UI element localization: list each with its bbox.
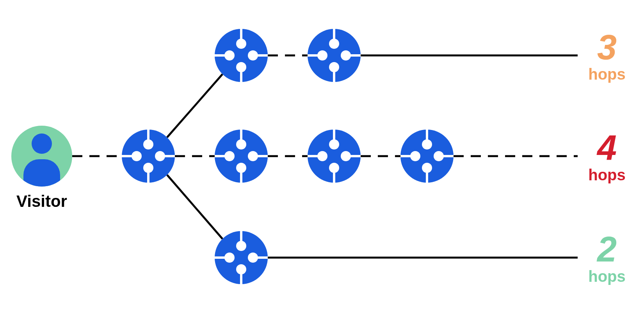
hop-labels: 3hops4hops2hops bbox=[588, 28, 626, 285]
hop-word: hops bbox=[588, 66, 626, 83]
node-top-1 bbox=[215, 29, 268, 82]
node-top-2 bbox=[308, 29, 361, 82]
node-mid-3 bbox=[400, 130, 454, 183]
svg-point-21 bbox=[32, 133, 52, 154]
svg-line-10 bbox=[167, 74, 222, 137]
hop-word: hops bbox=[588, 268, 626, 285]
hop-diagram: Visitor 3hops4hops2hops bbox=[0, 0, 644, 322]
hop-label-middle: 4hops bbox=[588, 128, 626, 183]
hop-count: 3 bbox=[597, 28, 617, 67]
node-mid-2 bbox=[308, 130, 361, 183]
hop-count: 4 bbox=[596, 128, 617, 167]
node-mid-1 bbox=[215, 130, 268, 183]
hop-label-bottom: 2hops bbox=[588, 230, 626, 285]
hop-word: hops bbox=[588, 166, 626, 183]
svg-line-11 bbox=[167, 175, 222, 239]
node-root bbox=[122, 130, 175, 183]
hop-count: 2 bbox=[596, 230, 617, 269]
hop-label-top: 3hops bbox=[588, 28, 626, 83]
visitor-label: Visitor bbox=[16, 192, 67, 210]
node-bot-1 bbox=[215, 231, 268, 284]
